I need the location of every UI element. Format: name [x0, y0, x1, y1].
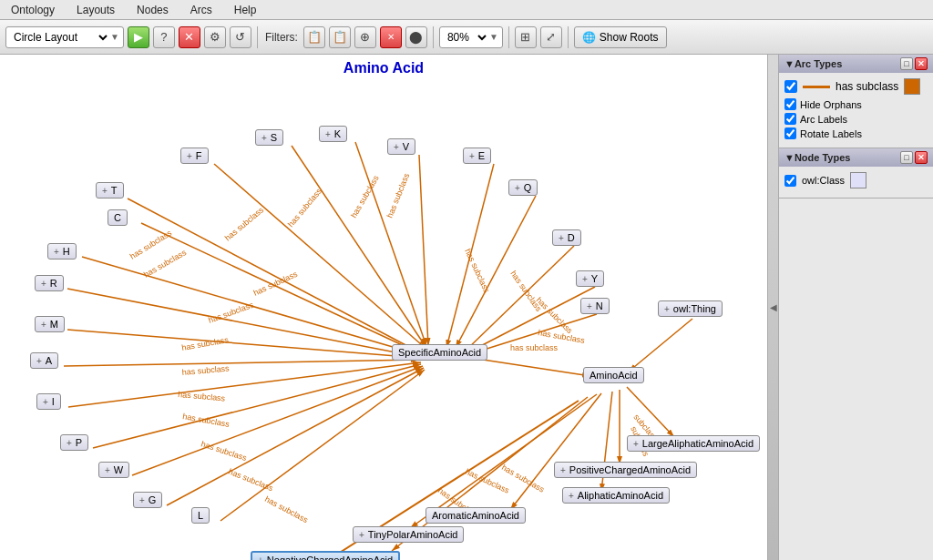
node-amino-acid[interactable]: AminoAcid — [583, 367, 644, 383]
svg-text:has subclass: has subclass — [463, 248, 491, 295]
node-P[interactable]: + P — [60, 434, 88, 451]
svg-line-7 — [456, 196, 536, 348]
sep1 — [257, 26, 258, 48]
svg-text:has subclass: has subclass — [535, 295, 575, 335]
arc-color-swatch[interactable] — [904, 78, 920, 95]
arc-types-header: ▼ Arc Types □ ✕ — [779, 55, 933, 73]
play-button[interactable]: ▶ — [128, 26, 149, 48]
node-tiny-polar[interactable]: + TinyPolarAminoAcid — [353, 526, 464, 543]
menu-nodes[interactable]: Nodes — [133, 4, 172, 16]
arc-labels-label: Arc Labels — [800, 114, 847, 125]
right-panel: ▼ Arc Types □ ✕ has subclass Hide Orp — [778, 55, 933, 560]
node-type-checkbox[interactable] — [784, 175, 796, 187]
arc-types-triangle: ▼ — [784, 58, 795, 69]
svg-line-12 — [82, 257, 421, 355]
checkbox-hide-orphans: Hide Orphans — [784, 98, 928, 110]
arc-types-section: ▼ Arc Types □ ✕ has subclass Hide Orp — [779, 55, 933, 148]
node-F[interactable]: + F — [180, 148, 209, 164]
node-owl-thing[interactable]: + owl:Thing — [658, 300, 723, 317]
zoom-selector[interactable]: 50% 75% 80% 100% 125% 150% — [444, 30, 489, 45]
svg-text:has subclass: has subclass — [182, 412, 231, 429]
zoom-fit-button[interactable]: ⊞ — [515, 26, 537, 48]
sep3 — [508, 26, 509, 48]
svg-text:has subclass: has subclass — [349, 174, 381, 219]
show-roots-button[interactable]: 🌐 Show Roots — [574, 26, 667, 48]
node-D[interactable]: + D — [552, 229, 581, 246]
node-N[interactable]: + N — [580, 298, 610, 314]
checkbox-rotate-labels: Rotate Labels — [784, 127, 928, 139]
node-positive-charged[interactable]: + PositiveChargedAminoAcid — [554, 462, 697, 478]
main-area: Amino Acid — [0, 55, 933, 560]
filter-btn-3[interactable]: ⊕ — [354, 26, 376, 48]
stop-button[interactable]: ✕ — [179, 26, 200, 48]
node-specific-amino-acid[interactable]: SpecificAminoAcid — [392, 344, 487, 361]
node-I[interactable]: + I — [36, 393, 61, 410]
node-Y[interactable]: + Y — [576, 270, 604, 287]
node-C[interactable]: C — [108, 209, 128, 226]
arc-line — [803, 86, 830, 88]
node-types-close-btn[interactable]: ✕ — [915, 151, 928, 164]
arc-types-copy-btn[interactable]: □ — [900, 57, 913, 70]
node-T[interactable]: + T — [96, 182, 124, 199]
node-W[interactable]: + W — [98, 462, 129, 478]
svg-text:has subclass: has subclass — [464, 467, 511, 495]
svg-line-6 — [446, 164, 494, 348]
arc-labels-checkbox[interactable] — [784, 113, 796, 125]
settings-button[interactable]: ⚙ — [204, 26, 226, 48]
menu-ontology[interactable]: Ontology — [7, 4, 58, 16]
arc-types-close-btn[interactable]: ✕ — [915, 57, 928, 70]
node-H[interactable]: + H — [47, 243, 77, 260]
collapse-handle[interactable]: ◀ — [767, 55, 778, 560]
node-types-title: Node Types — [795, 152, 851, 163]
layout-selector[interactable]: Circle Layout Tree Layout Force Layout — [10, 30, 110, 45]
filter-btn-2[interactable]: 📋 — [329, 26, 351, 48]
arc-types-header-left: ▼ Arc Types — [784, 58, 842, 69]
rotate-labels-checkbox[interactable] — [784, 127, 796, 139]
hide-orphans-label: Hide Orphans — [800, 99, 862, 110]
node-types-copy-btn[interactable]: □ — [900, 151, 913, 164]
svg-line-23 — [627, 387, 674, 437]
node-S[interactable]: + S — [255, 129, 283, 146]
node-L[interactable]: L — [191, 507, 210, 524]
node-aromatic[interactable]: AromaticAminoAcid — [425, 507, 526, 524]
zoom-expand-button[interactable]: ⤢ — [540, 26, 562, 48]
node-A[interactable]: + A — [30, 352, 58, 369]
help-button[interactable]: ? — [153, 26, 175, 48]
svg-line-19 — [167, 368, 424, 505]
refresh-button[interactable]: ↺ — [230, 26, 251, 48]
node-R[interactable]: + R — [35, 275, 64, 291]
node-K[interactable]: + K — [319, 126, 347, 142]
svg-line-3 — [292, 146, 426, 348]
canvas-area[interactable]: Amino Acid — [0, 55, 767, 560]
svg-text:has subclass: has subclass — [181, 363, 230, 377]
toolbar: Circle Layout Tree Layout Force Layout ▼… — [0, 20, 933, 55]
node-negative-charged[interactable]: + NegativeChargedAminoAcid — [251, 551, 400, 560]
filter-btn-1[interactable]: 📋 — [303, 26, 325, 48]
layout-selector-wrap: Circle Layout Tree Layout Force Layout ▼ — [5, 26, 124, 48]
node-types-header-btns: □ ✕ — [900, 151, 928, 164]
svg-text:has subclass: has subclass — [385, 171, 412, 219]
node-Q[interactable]: + Q — [508, 179, 538, 196]
node-aliphatic[interactable]: + AliphaticAminoAcid — [562, 487, 670, 504]
arc-type-checkbox[interactable] — [784, 80, 797, 93]
menu-arcs[interactable]: Arcs — [187, 4, 216, 16]
arc-types-header-btns: □ ✕ — [900, 57, 928, 70]
node-color-swatch[interactable] — [850, 172, 866, 188]
node-G[interactable]: + G — [133, 492, 162, 508]
node-large-aliphatic[interactable]: + LargeAliphaticAminoAcid — [627, 435, 760, 452]
node-E[interactable]: + E — [463, 148, 491, 164]
hide-orphans-checkbox[interactable] — [784, 98, 796, 110]
node-types-triangle: ▼ — [784, 152, 795, 163]
svg-line-20 — [220, 370, 425, 521]
filter-btn-5[interactable]: ⬤ — [405, 26, 427, 48]
sep4 — [568, 26, 569, 48]
svg-text:has subclass: has subclass — [263, 494, 310, 524]
node-M[interactable]: + M — [35, 316, 65, 332]
menubar: Ontology Layouts Nodes Arcs Help — [0, 0, 933, 20]
arc-types-title: Arc Types — [795, 58, 842, 69]
menu-layouts[interactable]: Layouts — [73, 4, 118, 16]
svg-text:has subclass: has subclass — [200, 439, 248, 463]
node-V[interactable]: + V — [387, 138, 415, 155]
filter-btn-4[interactable]: ✕ — [380, 26, 402, 48]
menu-help[interactable]: Help — [231, 4, 261, 16]
